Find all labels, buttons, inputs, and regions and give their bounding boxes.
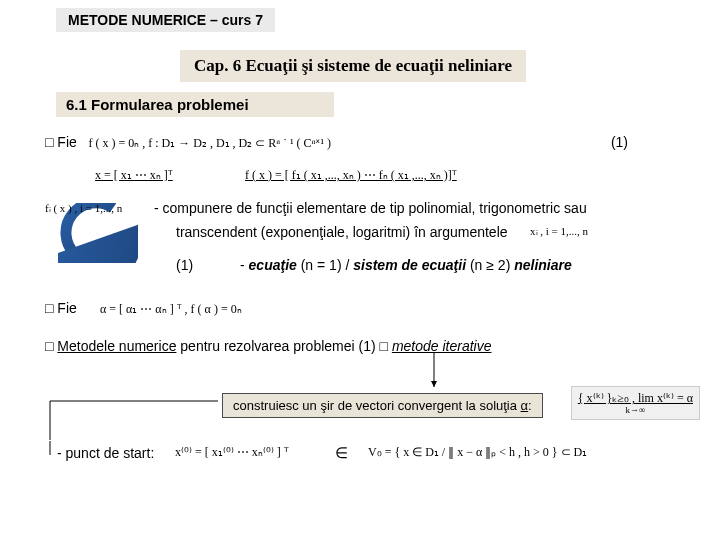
eq-one-ref: (1) <box>176 257 193 273</box>
line3-d: metode iterative <box>392 338 492 354</box>
element-of-symbol: ∈ <box>335 444 348 462</box>
line3-b: Metodele numerice <box>57 338 176 354</box>
v0-definition: V₀ = { x ∈ D₁ / ‖ x − α ‖ₚ < h , h > 0 }… <box>368 445 587 460</box>
eq-description: - ecuaţie (n = 1) / sistem de ecuaţii (n… <box>240 257 572 273</box>
lim-sub: k→∞ <box>578 405 693 415</box>
equation-number-1: (1) <box>611 134 628 150</box>
fie-line-1: □ Fie f ( x ) = 0ₙ , f : D₁ → D₂ , D₁ , … <box>45 134 331 151</box>
xi-label: xᵢ , i = 1,..., n <box>530 225 588 238</box>
fie1-prefix: □ Fie <box>45 134 77 150</box>
section-title: 6.1 Formularea problemei <box>56 92 334 117</box>
fie2-prefix: □ Fie <box>45 300 77 316</box>
start-point-math: x⁽⁰⁾ = [ x₁⁽⁰⁾ ⋯ xₙ⁽⁰⁾ ] ᵀ <box>175 445 289 460</box>
builds-box: construiesc un şir de vectori convergent… <box>222 393 543 418</box>
course-header: METODE NUMERICE – curs 7 <box>56 8 275 32</box>
eq-desc-e: (n ≥ 2) <box>466 257 514 273</box>
builds-a: construiesc un şir de vectori convergent… <box>233 398 521 413</box>
eq-desc-d: sistem de ecuaţii <box>353 257 466 273</box>
line3-c: pentru rezolvarea problemei (1) □ <box>176 338 391 354</box>
lim-expr: { x⁽ᵏ⁾ }ₖ≥₀ , lim x⁽ᵏ⁾ = α <box>578 391 693 405</box>
line3-a: □ <box>45 338 57 354</box>
eq-desc-b: ecuaţie <box>249 257 297 273</box>
methods-line: □ Metodele numerice pentru rezolvarea pr… <box>45 338 491 354</box>
fie-line-2: □ Fie <box>45 300 77 316</box>
builds-c: : <box>528 398 532 413</box>
x-definition: x = [ x₁ ⋯ xₙ ]ᵀ <box>95 168 173 183</box>
chapter-title: Cap. 6 Ecuaţii şi sisteme de ecuaţii nel… <box>180 50 526 82</box>
composition-line-1: - compunere de funcţii elementare de tip… <box>154 200 587 216</box>
fi-label: fᵢ ( x ) , i = 1,..., n <box>45 202 122 215</box>
eq-desc-a: - <box>240 257 249 273</box>
eq-desc-f: neliniare <box>514 257 572 273</box>
alpha-definition: α = [ α₁ ⋯ αₙ ] ᵀ , f ( α ) = 0ₙ <box>100 302 242 317</box>
fie1-math: f ( x ) = 0ₙ , f : D₁ → D₂ , D₁ , D₂ ⊂ R… <box>88 136 331 150</box>
eq-desc-c: (n = 1) / <box>297 257 353 273</box>
f-definition: f ( x ) = [ f₁ ( x₁ ,..., xₙ ) ⋯ fₙ ( x₁… <box>245 168 457 183</box>
composition-line-2: transcendent (exponenţiale, logaritmi) î… <box>176 224 508 240</box>
builds-b: α <box>521 398 529 413</box>
limit-expression-box: { x⁽ᵏ⁾ }ₖ≥₀ , lim x⁽ᵏ⁾ = α k→∞ <box>571 386 700 420</box>
start-point-label: - punct de start: <box>57 445 154 461</box>
